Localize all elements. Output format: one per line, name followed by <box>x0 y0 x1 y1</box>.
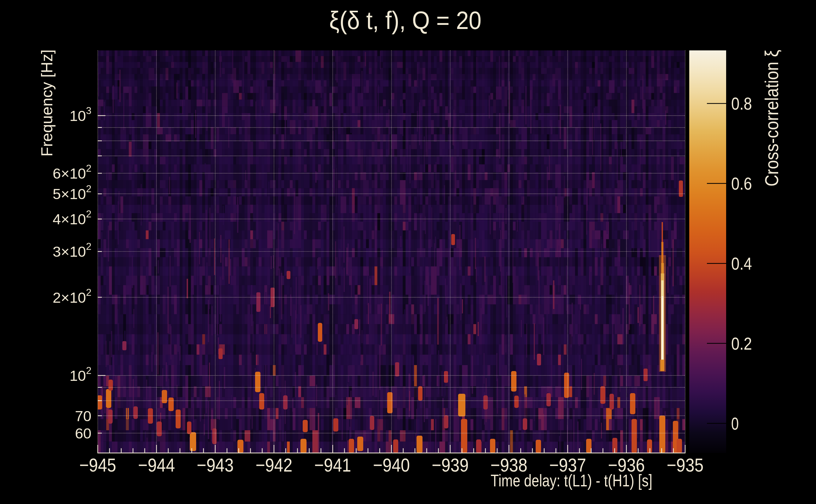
svg-text:ξ(δ t, f), Q = 20: ξ(δ t, f), Q = 20 <box>329 6 481 34</box>
svg-text:−945: −945 <box>79 455 116 476</box>
svg-text:0.6: 0.6 <box>731 174 752 193</box>
svg-text:5×102: 5×102 <box>53 183 91 202</box>
svg-text:Frequency [Hz]: Frequency [Hz] <box>38 49 56 157</box>
svg-text:70: 70 <box>75 408 91 424</box>
svg-text:Time delay: t(L1) - t(H1) [s]: Time delay: t(L1) - t(H1) [s] <box>491 471 652 490</box>
svg-text:2×102: 2×102 <box>53 287 91 306</box>
svg-text:−935: −935 <box>667 455 704 476</box>
svg-text:−940: −940 <box>373 455 410 476</box>
svg-text:0: 0 <box>731 414 739 433</box>
svg-text:−942: −942 <box>256 455 292 476</box>
svg-text:3×102: 3×102 <box>53 241 91 260</box>
svg-text:Cross-correlation ξ: Cross-correlation ξ <box>761 50 782 186</box>
svg-text:−939: −939 <box>432 455 468 476</box>
svg-text:4×102: 4×102 <box>53 209 91 227</box>
svg-text:6×102: 6×102 <box>53 163 91 182</box>
svg-text:60: 60 <box>75 425 91 442</box>
svg-text:0.2: 0.2 <box>731 334 752 353</box>
svg-text:−943: −943 <box>197 455 234 476</box>
svg-text:−944: −944 <box>138 455 175 476</box>
svg-text:0.4: 0.4 <box>731 254 752 273</box>
svg-text:−941: −941 <box>314 455 351 476</box>
svg-text:0.8: 0.8 <box>731 94 752 113</box>
